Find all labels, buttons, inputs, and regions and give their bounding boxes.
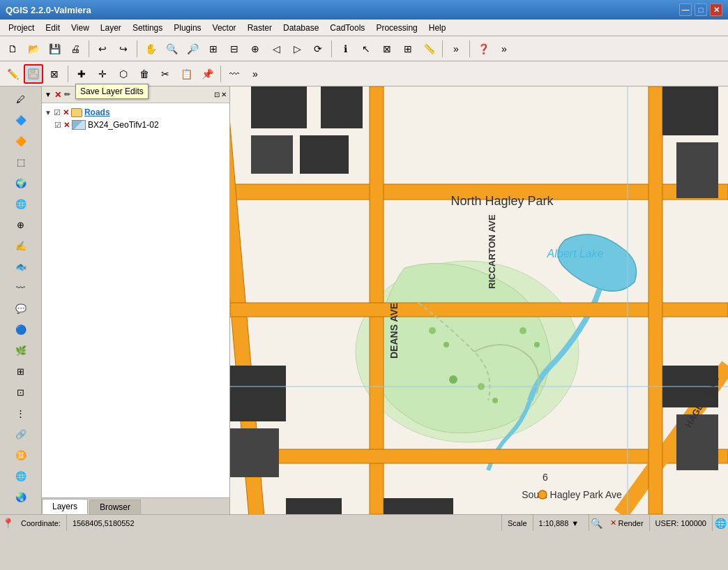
menu-raster[interactable]: Raster xyxy=(242,22,278,34)
left-tool-14[interactable]: ⊞ xyxy=(11,361,31,381)
add-feature-button[interactable]: ✚ xyxy=(72,64,91,84)
menu-help[interactable]: Help xyxy=(423,22,452,34)
svg-rect-2 xyxy=(30,74,37,77)
menu-project[interactable]: Project xyxy=(3,22,40,34)
left-tool-6[interactable]: 🌐 xyxy=(11,194,31,213)
open-project-button[interactable]: 📂 xyxy=(24,39,43,59)
left-tool-4[interactable]: ⬚ xyxy=(11,152,31,172)
zoom-selection-button[interactable]: ⊕ xyxy=(245,39,265,59)
roads-layer-group: ▼ ☑ ✕ Roads xyxy=(43,106,228,119)
menu-edit[interactable]: Edit xyxy=(40,22,66,34)
left-tool-15[interactable]: ⊡ xyxy=(11,382,31,402)
pan-button[interactable]: ✋ xyxy=(141,39,160,59)
identify-button[interactable]: ℹ xyxy=(335,39,355,59)
menu-processing[interactable]: Processing xyxy=(370,22,423,34)
paste-features-button[interactable]: 📌 xyxy=(197,64,217,84)
left-tool-2[interactable]: 🔷 xyxy=(11,110,31,130)
map-area[interactable]: DEANS AVE RICCARTON AVE HAGLEY AVE North… xyxy=(230,87,728,514)
stop-editing-button[interactable]: ⊠ xyxy=(45,64,64,84)
svg-text:RICCARTON AVE: RICCARTON AVE xyxy=(487,214,497,289)
roads-expand[interactable]: ▼ xyxy=(45,109,52,117)
save-layer-edits-button[interactable] xyxy=(24,64,43,84)
more-button[interactable]: » xyxy=(446,39,466,59)
roads-error-icon: ✕ xyxy=(63,108,69,117)
geotif-layer-name[interactable]: BX24_GeoTifv1-02 xyxy=(88,120,159,130)
menu-database[interactable]: Database xyxy=(278,22,324,34)
select-button[interactable]: ↖ xyxy=(356,39,376,59)
panel-edit-icon[interactable]: ✏ xyxy=(64,90,70,99)
left-tool-12[interactable]: 🔵 xyxy=(11,320,31,339)
left-tool-1[interactable]: 🖊 xyxy=(11,89,31,109)
geotif-check[interactable]: ☑ xyxy=(54,121,61,130)
deselect-button[interactable]: ⊠ xyxy=(377,39,397,59)
open-table-button[interactable]: ⊞ xyxy=(398,39,418,59)
menu-cadtools[interactable]: CadTools xyxy=(324,22,370,34)
digitize-button[interactable]: ✏️ xyxy=(3,64,22,84)
epsg-icon[interactable]: 🌐 xyxy=(713,516,728,531)
panel-expand-icon[interactable]: ▼ xyxy=(45,91,52,98)
left-tool-11[interactable]: 💬 xyxy=(11,299,31,318)
print-button[interactable]: 🖨 xyxy=(66,39,85,59)
zoom-layer-button[interactable]: ⊟ xyxy=(225,39,244,59)
left-tool-18[interactable]: ♊ xyxy=(11,445,31,465)
magnify-icon[interactable]: 🔍 xyxy=(589,516,605,531)
help-button[interactable]: ❓ xyxy=(473,39,493,59)
close-button[interactable]: ✕ xyxy=(710,3,722,16)
panel-close-icon[interactable]: ✕ xyxy=(54,90,61,100)
left-tool-3[interactable]: 🔶 xyxy=(11,131,31,151)
simplify-button[interactable]: 〰 xyxy=(225,64,244,84)
separator-2 xyxy=(137,40,137,57)
zoom-next-button[interactable]: ▷ xyxy=(287,39,307,59)
left-tool-17[interactable]: 🔗 xyxy=(11,424,31,444)
tab-browser[interactable]: Browser xyxy=(89,500,141,514)
undo-button[interactable]: ↩ xyxy=(93,39,112,59)
layer-panel-body: ▼ ☑ ✕ Roads ☑ ✕ BX24_GeoTifv1-02 xyxy=(42,103,229,497)
minimize-button[interactable]: — xyxy=(679,3,692,16)
menu-layer[interactable]: Layer xyxy=(95,22,127,34)
gps-icon[interactable]: 📍 xyxy=(0,516,15,531)
copy-features-button[interactable]: 📋 xyxy=(176,64,196,84)
redo-button[interactable]: ↪ xyxy=(114,39,133,59)
menu-plugins[interactable]: Plugins xyxy=(168,22,206,34)
svg-rect-11 xyxy=(649,87,662,514)
zoom-extent-button[interactable]: ⊞ xyxy=(204,39,223,59)
render-checkbox[interactable]: ✕ Render xyxy=(605,515,650,531)
measure-button[interactable]: 📏 xyxy=(419,39,439,59)
delete-selected-button[interactable]: 🗑 xyxy=(135,64,154,84)
save-project-button[interactable]: 💾 xyxy=(45,39,64,59)
roads-check[interactable]: ☑ xyxy=(54,108,61,117)
more2-button[interactable]: » xyxy=(494,39,514,59)
zoom-in-button[interactable]: 🔍 xyxy=(162,39,181,59)
new-project-button[interactable]: 🗋 xyxy=(3,39,22,59)
refresh-button[interactable]: ⟳ xyxy=(308,39,328,59)
maximize-button[interactable]: □ xyxy=(695,3,707,16)
left-tool-7[interactable]: ⊕ xyxy=(11,215,31,234)
roads-layer-name[interactable]: Roads xyxy=(84,107,110,117)
titlebar: QGIS 2.2.0-Valmiera — □ ✕ xyxy=(0,0,728,20)
more-edit-button[interactable]: » xyxy=(245,64,265,84)
move-feature-button[interactable]: ✛ xyxy=(93,64,112,84)
menu-vector[interactable]: Vector xyxy=(207,22,242,34)
zoom-out-button[interactable]: 🔎 xyxy=(183,39,202,59)
left-tool-5[interactable]: 🌍 xyxy=(11,173,31,193)
left-tool-19[interactable]: 🌐 xyxy=(11,466,31,486)
panel-float-icon[interactable]: ⊡ xyxy=(214,91,220,98)
node-tool-button[interactable]: ⬡ xyxy=(114,64,133,84)
scale-label: Scale xyxy=(502,515,533,531)
left-tool-16[interactable]: ⋮ xyxy=(11,403,31,423)
main-content: 🖊 🔷 🔶 ⬚ 🌍 🌐 ⊕ ✍ 🐟 〰 💬 🔵 🌿 ⊞ ⊡ ⋮ 🔗 ♊ 🌐 🌏 … xyxy=(0,87,728,514)
geotif-thumbnail xyxy=(72,120,86,130)
tab-layers[interactable]: Layers xyxy=(42,499,88,514)
left-tool-9[interactable]: 🐟 xyxy=(11,257,31,276)
scale-value[interactable]: 1:10,888 ▼ xyxy=(533,515,589,531)
cut-features-button[interactable]: ✂ xyxy=(156,64,175,84)
left-tool-10[interactable]: 〰 xyxy=(11,278,31,297)
zoom-last-button[interactable]: ◁ xyxy=(266,39,286,59)
left-tool-20[interactable]: 🌏 xyxy=(11,487,31,507)
panel-maximize-icon[interactable]: ✕ xyxy=(221,91,227,98)
geotif-error-icon: ✕ xyxy=(63,121,70,130)
left-tool-8[interactable]: ✍ xyxy=(11,236,31,255)
menu-settings[interactable]: Settings xyxy=(127,22,168,34)
menu-view[interactable]: View xyxy=(66,22,95,34)
left-tool-13[interactable]: 🌿 xyxy=(11,340,31,360)
